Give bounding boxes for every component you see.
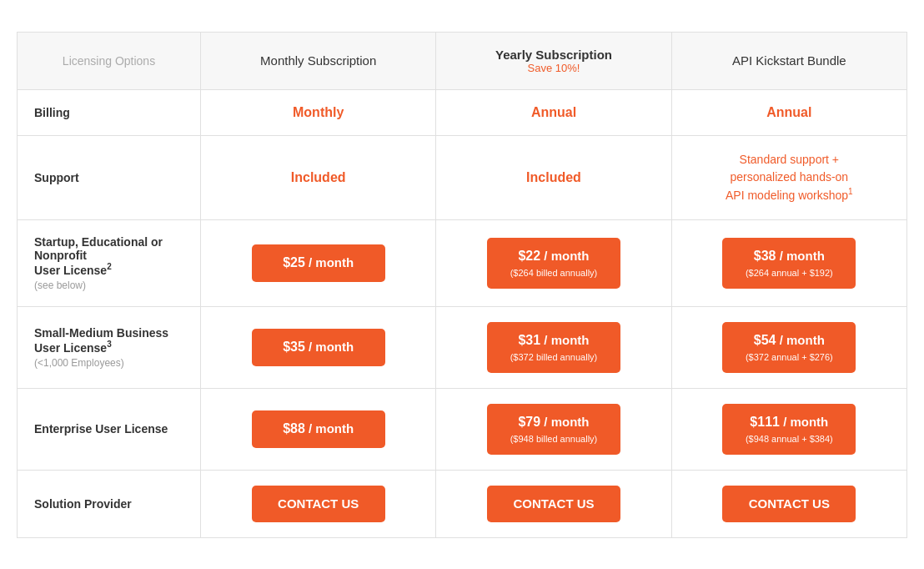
startup-yearly: $22 / month ($264 billed annually) bbox=[436, 220, 671, 307]
smb-api-btn[interactable]: $54 / month ($372 annual + $276) bbox=[722, 322, 856, 373]
header-yearly: Yearly Subscription Save 10%! bbox=[436, 32, 671, 89]
support-api-line2: personalized hands-on bbox=[731, 170, 849, 184]
smb-label-main: Small-Medium Business bbox=[34, 326, 168, 340]
smb-yearly-sub: / month bbox=[544, 333, 589, 347]
support-monthly-value: Included bbox=[291, 170, 346, 184]
startup-api-btn[interactable]: $38 / month ($264 annual + $192) bbox=[722, 238, 856, 289]
header-licensing: Licensing Options bbox=[18, 32, 201, 89]
enterprise-yearly-btn[interactable]: $79 / month ($948 billed annually) bbox=[487, 404, 620, 455]
solution-row: Solution Provider CONTACT US CONTACT US … bbox=[18, 471, 907, 538]
header-yearly-main: Yearly Subscription bbox=[495, 48, 612, 62]
startup-api-sub: / month bbox=[780, 249, 825, 263]
enterprise-api-sub: / month bbox=[783, 415, 828, 429]
enterprise-yearly-main: $79 bbox=[518, 415, 540, 429]
startup-yearly-sub: / month bbox=[544, 249, 589, 263]
pricing-table: Licensing Options Monthly Subscription Y… bbox=[17, 32, 907, 538]
support-api-line1: Standard support + bbox=[740, 153, 839, 166]
support-monthly: Included bbox=[201, 135, 436, 220]
startup-yearly-main: $22 bbox=[518, 249, 540, 263]
enterprise-monthly: $88 / month bbox=[201, 388, 436, 470]
startup-yearly-btn[interactable]: $22 / month ($264 billed annually) bbox=[487, 238, 620, 289]
smb-api-sub: / month bbox=[780, 333, 825, 347]
smb-label-note: (<1,000 Employees) bbox=[34, 357, 183, 369]
billing-monthly-value: Monthly bbox=[293, 105, 344, 119]
solution-yearly: CONTACT US bbox=[436, 471, 671, 538]
billing-row: Billing Monthly Annual Annual bbox=[18, 89, 907, 135]
enterprise-label: Enterprise User License bbox=[18, 388, 201, 470]
billing-yearly: Annual bbox=[436, 89, 671, 135]
billing-yearly-value: Annual bbox=[531, 105, 576, 119]
support-api-value: Standard support + personalized hands-on… bbox=[726, 153, 853, 203]
enterprise-yearly-sub: / month bbox=[544, 415, 589, 429]
header-api: API Kickstart Bundle bbox=[671, 32, 906, 89]
smb-yearly-btn[interactable]: $31 / month ($372 billed annually) bbox=[487, 322, 620, 373]
solution-api: CONTACT US bbox=[671, 471, 906, 538]
save-badge: Save 10%! bbox=[453, 62, 654, 74]
startup-yearly-note: ($264 billed annually) bbox=[505, 267, 602, 279]
enterprise-row: Enterprise User License $88 / month $79 … bbox=[18, 388, 907, 470]
enterprise-api: $111 / month ($948 annual + $384) bbox=[671, 388, 906, 470]
startup-api: $38 / month ($264 annual + $192) bbox=[671, 220, 906, 307]
smb-api-main: $54 bbox=[754, 333, 776, 347]
billing-api-value: Annual bbox=[766, 105, 811, 119]
startup-label-main: Startup, Educational or Nonprofit bbox=[34, 235, 163, 262]
startup-row: Startup, Educational or Nonprofit User L… bbox=[18, 220, 907, 307]
smb-api: $54 / month ($372 annual + $276) bbox=[671, 306, 906, 388]
support-yearly: Included bbox=[436, 135, 671, 220]
startup-label-note: (see below) bbox=[34, 279, 183, 291]
startup-api-note: ($264 annual + $192) bbox=[741, 267, 837, 279]
solution-label: Solution Provider bbox=[18, 471, 201, 538]
smb-monthly: $35 / month bbox=[201, 306, 436, 388]
support-row: Support Included Included Standard suppo… bbox=[18, 135, 907, 220]
solution-monthly-btn[interactable]: CONTACT US bbox=[252, 486, 385, 522]
solution-yearly-btn[interactable]: CONTACT US bbox=[487, 486, 620, 522]
support-label: Support bbox=[18, 135, 201, 220]
smb-yearly-note: ($372 billed annually) bbox=[505, 351, 602, 363]
startup-monthly-main: $25 bbox=[283, 255, 305, 269]
smb-yearly: $31 / month ($372 billed annually) bbox=[436, 306, 671, 388]
startup-label-line2: User License2 bbox=[34, 264, 112, 277]
smb-monthly-main: $35 bbox=[283, 340, 305, 354]
enterprise-api-btn[interactable]: $111 / month ($948 annual + $384) bbox=[722, 404, 856, 455]
enterprise-api-main: $111 bbox=[750, 415, 780, 429]
startup-monthly: $25 / month bbox=[201, 220, 436, 307]
smb-label: Small-Medium Business User License3 (<1,… bbox=[18, 306, 201, 388]
smb-row: Small-Medium Business User License3 (<1,… bbox=[18, 306, 907, 388]
support-api: Standard support + personalized hands-on… bbox=[671, 135, 906, 220]
header-monthly: Monthly Subscription bbox=[201, 32, 436, 89]
billing-label: Billing bbox=[18, 89, 201, 135]
enterprise-monthly-main: $88 bbox=[283, 421, 305, 436]
billing-monthly: Monthly bbox=[201, 89, 436, 135]
billing-api: Annual bbox=[671, 89, 906, 135]
startup-monthly-sub: / month bbox=[309, 255, 354, 269]
solution-api-btn[interactable]: CONTACT US bbox=[722, 486, 856, 522]
smb-monthly-sub: / month bbox=[309, 340, 354, 354]
startup-label: Startup, Educational or Nonprofit User L… bbox=[18, 220, 201, 307]
enterprise-monthly-btn[interactable]: $88 / month bbox=[252, 410, 385, 448]
support-yearly-value: Included bbox=[526, 170, 581, 184]
support-api-line3: API modeling workshop1 bbox=[726, 189, 853, 202]
smb-monthly-btn[interactable]: $35 / month bbox=[252, 329, 385, 366]
smb-label-line2: User License3 bbox=[34, 341, 112, 355]
startup-monthly-btn[interactable]: $25 / month bbox=[252, 244, 385, 282]
enterprise-yearly: $79 / month ($948 billed annually) bbox=[436, 388, 671, 470]
enterprise-yearly-note: ($948 billed annually) bbox=[505, 433, 602, 445]
smb-api-note: ($372 annual + $276) bbox=[741, 351, 837, 363]
smb-yearly-main: $31 bbox=[518, 333, 540, 347]
solution-monthly: CONTACT US bbox=[201, 471, 436, 538]
startup-api-main: $38 bbox=[754, 249, 776, 263]
enterprise-api-note: ($948 annual + $384) bbox=[741, 433, 837, 445]
enterprise-monthly-sub: / month bbox=[309, 421, 354, 436]
